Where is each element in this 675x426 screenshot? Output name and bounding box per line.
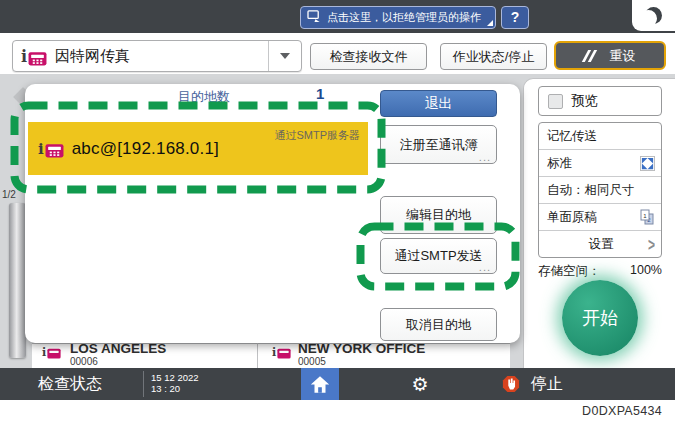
function-selector-dropdown[interactable]: i 因特网传真	[12, 40, 302, 72]
settings-list: 记忆传送 标准 自动：相同尺寸 单面原稿 21 设置 >	[538, 122, 662, 258]
admin-operation-label: 点击这里，以拒绝管理员的操作	[327, 10, 481, 25]
storage-value: 100%	[630, 263, 662, 280]
destination-entry[interactable]: i abc@[192.168.0.1] 通过SMTP服务器	[28, 122, 368, 175]
setting-label: 单面原稿	[547, 209, 597, 226]
check-received-files-button[interactable]: 检查接收文件	[310, 43, 427, 70]
chevron-down-icon	[280, 53, 290, 59]
fax-icon: i	[42, 346, 61, 359]
moon-icon	[645, 7, 662, 24]
energy-saver-button[interactable]	[632, 0, 675, 31]
corner-triangle-icon	[487, 20, 493, 26]
preview-label: 预览	[571, 92, 598, 110]
figure-caption: D0DXPA5434	[582, 404, 662, 418]
page-indicator: 1/2	[2, 189, 16, 200]
storage-label: 存储空间：	[538, 263, 601, 280]
remote-operation-icon	[307, 10, 322, 25]
left-scroll-bar[interactable]	[9, 203, 26, 358]
cancel-destination-button[interactable]: 取消目的地	[380, 308, 497, 341]
ellipsis-icon: ...	[479, 261, 491, 273]
top-bar: 点击这里，以拒绝管理员的操作 ?	[0, 0, 675, 33]
fax-icon: i	[272, 346, 291, 359]
preview-checkbox[interactable]	[548, 94, 563, 109]
stop-label: 停止	[531, 374, 563, 395]
destination-address: abc@[192.168.0.1]	[72, 139, 219, 159]
storage-status: 存储空间： 100%	[538, 263, 662, 280]
reset-slashes-icon	[585, 50, 594, 62]
help-button[interactable]: ?	[501, 6, 529, 29]
chevron-right-icon: >	[648, 234, 655, 255]
check-status-button[interactable]: 检查状态	[38, 368, 102, 400]
date-display: 15 12 2022	[151, 372, 199, 383]
preview-checkbox-row[interactable]: 预览	[538, 86, 662, 116]
send-smtp-label: 通过SMTP发送	[394, 247, 482, 265]
exit-button[interactable]: 退出	[380, 90, 497, 117]
bottom-bar: 检查状态 15 12 2022 13 : 20 ⚙ 停止	[0, 368, 675, 400]
destination-count-label: 目的地数	[178, 88, 230, 106]
list-item-number: 00005	[298, 356, 326, 367]
via-smtp-server-label: 通过SMTP服务器	[274, 128, 360, 143]
bar-divider	[143, 371, 144, 397]
stop-button[interactable]: 停止	[494, 368, 563, 400]
time-display: 13 : 20	[151, 383, 180, 394]
start-button[interactable]: 开始	[562, 280, 638, 356]
function-label: 因特网传真	[55, 47, 130, 66]
destination-count-value: 1	[316, 85, 324, 102]
admin-operation-button[interactable]: 点击这里，以拒绝管理员的操作	[300, 6, 496, 29]
setting-memory-transmission[interactable]: 记忆传送	[539, 123, 661, 150]
cancel-label: 取消目的地	[406, 316, 471, 334]
send-via-smtp-button[interactable]: 通过SMTP发送 ...	[380, 238, 497, 274]
dropdown-arrow-zone[interactable]	[268, 41, 301, 71]
list-divider	[257, 343, 258, 368]
settings-menu-button[interactable]: ⚙	[400, 368, 440, 400]
list-item[interactable]: LOS ANGELES	[70, 341, 166, 356]
stop-icon	[502, 375, 520, 393]
edit-destination-button[interactable]: 编辑目的地	[380, 196, 497, 234]
ellipsis-icon: ...	[479, 151, 491, 163]
edit-label: 编辑目的地	[406, 206, 471, 224]
register-label: 注册至通讯簿	[400, 136, 478, 154]
list-item-number: 00006	[70, 356, 98, 367]
resolution-icon	[640, 156, 655, 171]
list-item[interactable]: NEW YORK OFFICE	[298, 341, 425, 356]
setting-scan-size[interactable]: 自动：相同尺寸	[539, 177, 661, 204]
setting-original-sides[interactable]: 单面原稿 21	[539, 204, 661, 231]
setting-label: 设置	[589, 236, 614, 253]
register-to-address-book-button[interactable]: 注册至通讯簿 ...	[380, 125, 497, 164]
setting-resolution[interactable]: 标准	[539, 150, 661, 177]
home-icon	[309, 374, 331, 395]
internet-fax-icon: i	[38, 140, 64, 158]
one-sided-original-icon: 21	[639, 209, 655, 225]
internet-fax-icon: i	[21, 47, 47, 66]
reset-button[interactable]: 重设	[554, 41, 666, 70]
setting-label: 自动：相同尺寸	[547, 182, 635, 199]
device-screen: 点击这里，以拒绝管理员的操作 ? i 因特网传真 检查接收文件 作业状态/停止 …	[0, 0, 675, 426]
setting-label: 记忆传送	[547, 128, 597, 145]
reset-label: 重设	[610, 47, 636, 65]
home-button[interactable]	[301, 368, 339, 400]
setting-settings[interactable]: 设置 >	[539, 231, 661, 258]
job-status-button[interactable]: 作业状态/停止	[440, 43, 547, 70]
setting-label: 标准	[547, 155, 572, 172]
gear-icon: ⚙	[411, 375, 428, 394]
